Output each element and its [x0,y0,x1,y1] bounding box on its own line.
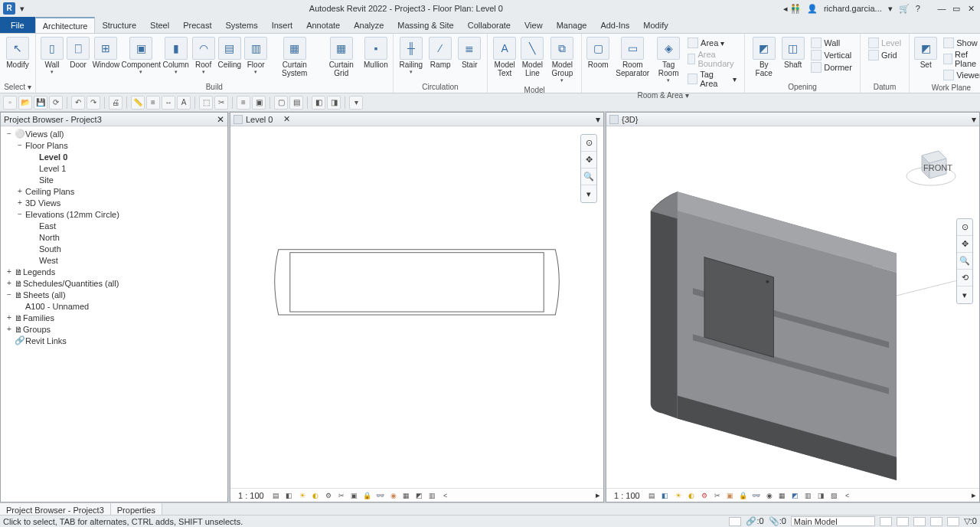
close-button[interactable]: ✕ [965,4,977,14]
qa-tool1-icon[interactable]: ◧ [312,96,325,110]
vc3d-4-icon[interactable]: ◐ [686,490,697,501]
new-icon[interactable]: ▫ [3,96,17,110]
tree-groups[interactable]: +🗎 Groups [1,323,227,335]
door-button[interactable]: ⎕Door [65,35,91,70]
tree-site[interactable]: Site [1,174,227,185]
user-name[interactable]: richard.garcia... [824,4,882,13]
vertical-button[interactable]: Vertical [808,49,855,61]
tab-modify[interactable]: Modify [636,17,675,33]
tree-schedules[interactable]: +🗎 Schedules/Quantities (all) [1,277,227,289]
rendering-icon[interactable]: ⚙ [323,490,334,501]
visual-style-icon[interactable]: ◧ [284,490,295,501]
minimize-button[interactable]: — [936,4,948,13]
temp-hide-icon[interactable]: 👓 [375,490,386,501]
dropdown-arrow-icon[interactable]: ▾ [888,4,893,14]
tree-revit-links[interactable]: 🔗 Revit Links [1,335,227,346]
mullion-button[interactable]: ▪Mullion [362,35,389,70]
cart-icon[interactable]: 🛒 [899,4,910,14]
qat-dropdown-icon[interactable]: ▾ [20,4,29,13]
measure-icon[interactable]: 📏 [131,96,145,110]
restore-button[interactable]: ▭ [950,4,962,14]
switch-windows-icon[interactable]: ▢ [274,96,288,110]
viewport-level0-opts-icon[interactable]: ▾ [596,114,600,125]
tab-steel[interactable]: Steel [143,17,176,33]
workset-select[interactable]: Main Model [791,516,875,526]
shaft-button[interactable]: ◫Shaft [779,35,806,70]
vc3d-12-icon[interactable]: ◩ [790,490,801,501]
section-icon[interactable]: ✂ [214,96,228,110]
crop-region-icon[interactable]: ▣ [349,490,360,501]
tab-collaborate[interactable]: Collaborate [461,17,518,33]
tree-views[interactable]: −⚪ Views (all) [1,128,227,139]
wall-opening-button[interactable]: Wall [808,37,855,49]
level0-canvas[interactable]: ⊙ ✥ 🔍 ▾ [230,126,603,488]
modify-button[interactable]: ↖Modify [3,35,32,70]
vc3d-13-icon[interactable]: ▥ [803,490,814,501]
lock-icon[interactable]: 🔒 [362,490,373,501]
vc3d-6-icon[interactable]: ✂ [712,490,723,501]
level-button[interactable]: Level [865,37,904,49]
redo-icon[interactable]: ↷ [87,96,100,110]
column-button[interactable]: ▮Column▾ [162,35,191,77]
vc3d-3-icon[interactable]: ☀ [673,490,684,501]
save-icon[interactable]: 💾 [34,96,47,110]
open-icon[interactable]: 📂 [18,96,32,110]
by-face-button[interactable]: ◩By Face [748,35,779,79]
tree-north[interactable]: North [1,231,227,243]
vc3d-16-icon[interactable]: < [842,490,853,501]
sb-tool4-icon[interactable] [913,517,926,526]
tree-elevations[interactable]: −Elevations (12mm Circle) [1,208,227,220]
tab-view[interactable]: View [518,17,550,33]
project-tree[interactable]: −⚪ Views (all) −Floor Plans Level 0 Leve… [1,126,227,502]
nav3d-dropdown-icon[interactable]: ▾ [957,286,972,303]
tab-structure[interactable]: Structure [95,17,143,33]
pan-icon[interactable]: ✥ [581,152,596,169]
qa-tool2-icon[interactable]: ◨ [327,96,341,110]
ref-plane-button[interactable]: Ref Plane [940,49,980,69]
close-hidden-icon[interactable]: ▣ [252,96,266,110]
tab-addins[interactable]: Add-Ins [593,17,636,33]
full-nav-wheel-3d-icon[interactable]: ⊙ [957,219,972,236]
tree-south[interactable]: South [1,243,227,254]
qa-dropdown-icon[interactable]: ▾ [349,96,363,110]
align-icon[interactable]: ≡ [146,96,160,110]
ramp-button[interactable]: ∕Ramp [426,35,455,70]
view-cube[interactable]: FRONT [904,142,958,195]
stair-button[interactable]: ≣Stair [455,35,484,70]
info-icon[interactable]: ◂ 👬 [783,4,801,14]
show-button[interactable]: Show [940,37,980,49]
vc-more1-icon[interactable]: ▦ [401,490,412,501]
tab-annotate[interactable]: Annotate [299,17,347,33]
scale-3d[interactable]: 1 : 100 [614,491,640,500]
model-line-button[interactable]: ╲Model Line [518,35,546,79]
vc3d-14-icon[interactable]: ◨ [816,490,827,501]
floor-button[interactable]: ▥Floor▾ [243,35,269,77]
file-tab[interactable]: File [0,17,35,33]
sb-tool2-icon[interactable] [880,517,892,526]
undo-icon[interactable]: ↶ [71,96,85,110]
wt-cascade-icon[interactable]: ▤ [289,96,303,110]
print-icon[interactable]: 🖨 [109,96,122,110]
vc-more3-icon[interactable]: ▥ [427,490,438,501]
scale[interactable]: 1 : 100 [238,491,264,500]
tag-room-button[interactable]: ◈Tag Room▾ [654,35,683,85]
model-text-button[interactable]: AModel Text [491,35,518,79]
tree-level1[interactable]: Level 1 [1,162,227,174]
vc-scroll-right-icon[interactable]: ▸ [596,490,600,500]
project-browser-close-icon[interactable]: ✕ [217,114,224,125]
reveal-icon[interactable]: ◉ [388,490,399,501]
tab-insert[interactable]: Insert [265,17,300,33]
sun-path-icon[interactable]: ☀ [297,490,308,501]
tab-manage[interactable]: Manage [550,17,594,33]
vc3d-15-icon[interactable]: ▧ [829,490,840,501]
tree-legends[interactable]: +🗎 Legends [1,266,227,277]
thin-lines-icon[interactable]: ≡ [237,96,250,110]
vc3d-2-icon[interactable]: ◧ [660,490,671,501]
sb-tool1-icon[interactable] [729,517,741,526]
sb-tool6-icon[interactable] [947,517,959,526]
orbit-icon[interactable]: ⟲ [957,270,972,286]
detail-level-icon[interactable]: ▤ [271,490,282,501]
tree-a100[interactable]: A100 - Unnamed [1,300,227,312]
vc3d-9-icon[interactable]: 👓 [751,490,762,501]
sb-tool5-icon[interactable] [930,517,942,526]
